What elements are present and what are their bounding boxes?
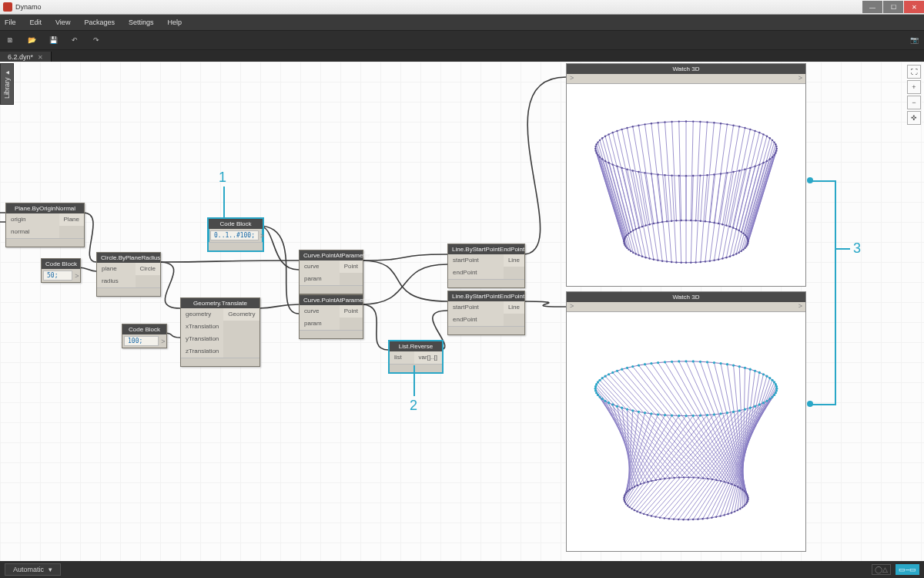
svg-point-404 <box>701 518 703 519</box>
node-codeblock-radius[interactable]: Code Block 50;> <box>41 258 81 283</box>
zoom-out-button[interactable]: − <box>907 96 921 109</box>
svg-point-474 <box>739 508 741 509</box>
svg-line-43 <box>598 143 625 237</box>
output-port[interactable]: > <box>160 338 166 345</box>
svg-point-104 <box>671 175 672 176</box>
menu-packages[interactable]: Packages <box>84 18 115 26</box>
input-port[interactable]: > <box>570 302 574 311</box>
code-input[interactable]: 50; <box>43 271 72 281</box>
node-curve-pointatparameter-1[interactable]: Curve.PointAtParameter curveparamPoint <box>299 250 363 294</box>
svg-point-477 <box>731 512 732 513</box>
svg-point-130 <box>611 132 613 133</box>
svg-point-393 <box>744 367 746 369</box>
svg-point-354 <box>621 407 623 409</box>
svg-point-357 <box>608 402 610 404</box>
svg-point-377 <box>638 364 640 366</box>
svg-point-348 <box>657 413 659 415</box>
tab-file[interactable]: 6.2.dyn* ✕ <box>0 52 52 62</box>
node-geometry-translate[interactable]: Geometry.Translate geometryxTranslationy… <box>180 297 260 367</box>
svg-point-223 <box>690 220 691 221</box>
menu-file[interactable]: File <box>5 18 16 26</box>
svg-point-439 <box>647 481 648 482</box>
svg-point-236 <box>741 231 742 233</box>
svg-point-337 <box>732 411 735 413</box>
svg-point-110 <box>632 170 634 171</box>
svg-point-117 <box>601 158 603 160</box>
svg-point-425 <box>624 502 626 503</box>
svg-point-162 <box>747 240 748 242</box>
svg-point-100 <box>699 175 701 176</box>
window-minimize-button[interactable]: — <box>862 1 882 13</box>
zoom-target-button[interactable]: ✜ <box>907 111 921 125</box>
output-port[interactable]: > <box>798 74 802 83</box>
node-watch3d-1[interactable]: Watch 3D >> <box>566 63 806 287</box>
watch3d-viewport[interactable] <box>567 84 805 286</box>
node-plane-byoriginnormal[interactable]: Plane.ByOriginNormal originnormal Plane <box>5 203 85 247</box>
menu-view[interactable]: View <box>55 18 70 26</box>
node-curve-pointatparameter-2[interactable]: Curve.PointAtParameter curveparamPoint <box>299 294 363 339</box>
input-port[interactable]: > <box>570 74 574 83</box>
svg-point-409 <box>678 519 679 520</box>
code-input[interactable]: 100; <box>124 336 159 346</box>
close-icon[interactable]: ✕ <box>38 54 43 61</box>
redo-icon[interactable]: ↷ <box>91 35 102 45</box>
window-close-button[interactable]: ✕ <box>904 1 924 13</box>
run-mode-dropdown[interactable]: Automatic ▾ <box>5 563 61 576</box>
open-file-icon[interactable]: 📂 <box>26 35 37 45</box>
svg-point-188 <box>657 260 658 261</box>
node-line-bystartend-2[interactable]: Line.ByStartPointEndPoint startPointendP… <box>447 291 525 335</box>
node-codeblock-ztrans[interactable]: Code Block 100;> <box>122 324 167 348</box>
node-list-reverse[interactable]: List.Reverse listvar[]..[] <box>388 340 444 374</box>
svg-point-478 <box>727 513 728 515</box>
svg-point-154 <box>758 132 760 133</box>
svg-point-339 <box>719 412 721 415</box>
svg-point-346 <box>671 415 673 417</box>
library-label: Library <box>3 77 11 99</box>
svg-point-163 <box>747 242 748 244</box>
annotation-dot <box>807 401 813 407</box>
canvas[interactable]: Library ▸ ⛶ + − ✜ <box>0 62 924 561</box>
svg-point-87 <box>769 158 771 160</box>
svg-point-211 <box>638 227 640 228</box>
output-port[interactable]: > <box>798 302 802 311</box>
svg-point-326 <box>775 391 777 394</box>
watch3d-viewport[interactable] <box>567 312 805 551</box>
svg-point-441 <box>655 479 657 481</box>
menu-settings[interactable]: Settings <box>129 18 154 26</box>
node-line-bystartend-1[interactable]: Line.ByStartPointEndPoint startPointendP… <box>447 244 525 288</box>
node-circle-byplaneradius[interactable]: Circle.ByPlaneRadius planeradiusCircle <box>96 252 161 297</box>
svg-point-107 <box>651 173 652 174</box>
svg-line-28 <box>633 170 650 258</box>
save-file-icon[interactable]: 💾 <box>48 35 59 45</box>
node-title: Curve.PointAtParameter <box>300 250 363 260</box>
menu-edit[interactable]: Edit <box>30 18 42 26</box>
menu-help[interactable]: Help <box>167 18 182 26</box>
svg-point-369 <box>601 377 604 379</box>
svg-point-451 <box>702 477 704 479</box>
library-panel-toggle[interactable]: Library ▸ <box>0 63 14 105</box>
zoom-fit-button[interactable]: ⛶ <box>907 65 921 79</box>
preview-nav-icon[interactable]: ▭–▭ <box>896 564 919 575</box>
zoom-in-button[interactable]: + <box>907 80 921 94</box>
svg-point-199 <box>624 246 626 247</box>
camera-icon[interactable]: 📷 <box>909 35 919 45</box>
undo-icon[interactable]: ↶ <box>69 35 80 45</box>
svg-point-124 <box>595 143 597 145</box>
preview-geom-icon[interactable]: ◯△ <box>872 564 891 575</box>
annotation-3: 3 <box>853 240 861 257</box>
svg-point-136 <box>644 123 645 125</box>
svg-point-331 <box>762 402 765 404</box>
output-port[interactable]: > <box>260 232 264 240</box>
svg-point-414 <box>654 516 656 517</box>
code-input[interactable]: 0..1..#100; <box>210 230 259 240</box>
node-codeblock-range[interactable]: Code Block 0..1..#100;> <box>207 217 264 252</box>
svg-line-77 <box>746 143 774 237</box>
new-file-icon[interactable]: 🗎 <box>5 35 15 45</box>
window-maximize-button[interactable]: ☐ <box>883 1 903 13</box>
svg-point-156 <box>766 136 768 137</box>
svg-point-402 <box>775 383 777 385</box>
svg-point-84 <box>775 152 776 153</box>
output-port[interactable]: > <box>74 272 80 280</box>
svg-point-225 <box>700 220 701 222</box>
node-watch3d-2[interactable]: Watch 3D >> <box>566 291 806 552</box>
